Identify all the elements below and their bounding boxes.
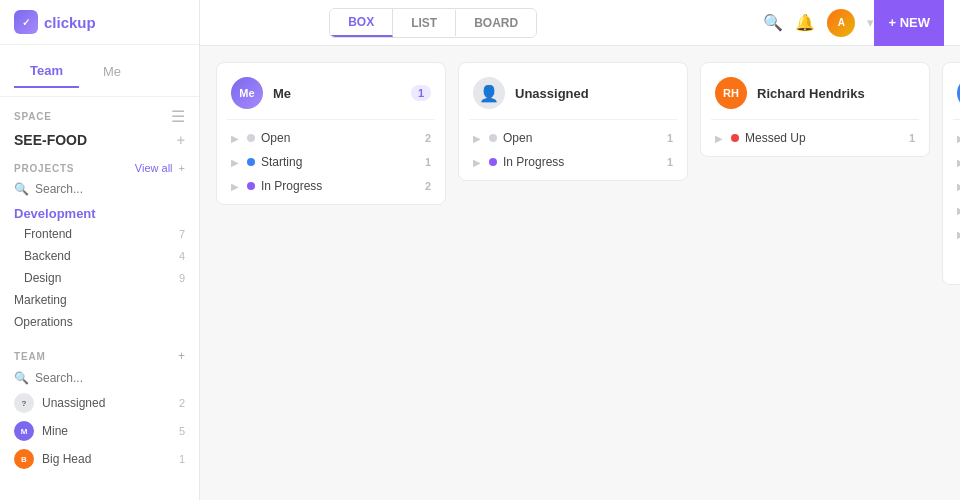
backend-label: Backend xyxy=(24,249,71,263)
richard-groups: ▶ Messed Up 1 xyxy=(701,120,929,156)
bell-icon-btn[interactable]: 🔔 xyxy=(795,13,815,32)
team-member-bighead[interactable]: B Big Head 1 xyxy=(0,445,199,473)
sidebar-collapse-icon[interactable]: ☰ xyxy=(171,107,185,126)
richard-messedup-label: Messed Up xyxy=(745,131,903,145)
frontend-label: Frontend xyxy=(24,227,72,241)
unassigned-inprogress-row[interactable]: ▶ In Progress 1 xyxy=(469,150,677,174)
space-name-row: SEE-FOOD + xyxy=(0,128,199,154)
me-groups: ▶ Open 2 ▶ Starting 1 ▶ In Progress 2 xyxy=(217,120,445,204)
me-starting-label: Starting xyxy=(261,155,419,169)
sidebar-item-marketing[interactable]: Marketing xyxy=(0,289,199,311)
projects-section-header: PROJECTS View all + xyxy=(0,154,199,178)
richard-avatar: RH xyxy=(715,77,747,109)
marketing-label: Marketing xyxy=(14,293,67,307)
bighead-count: 1 xyxy=(179,453,185,465)
column-dinesh: DC Dinesh Chugtai ▶ Open 1 ▶ Starting 3 … xyxy=(942,62,960,285)
new-button[interactable]: + NEW xyxy=(874,0,944,46)
col-name-unassigned: Unassigned xyxy=(515,86,673,101)
col-name-me: Me xyxy=(273,86,401,101)
team-member-unassigned[interactable]: ? Unassigned 2 xyxy=(0,389,199,417)
unassigned-avatar: ? xyxy=(14,393,34,413)
me-avatar: Me xyxy=(231,77,263,109)
col-header-me: Me Me 1 xyxy=(217,63,445,119)
unassigned-col-avatar: 👤 xyxy=(473,77,505,109)
project-search-input[interactable] xyxy=(35,182,185,196)
team-label: TEAM xyxy=(14,351,46,362)
me-badge: 1 xyxy=(411,85,431,101)
tab-box[interactable]: BOX xyxy=(330,9,393,37)
me-open-row[interactable]: ▶ Open 2 xyxy=(227,126,435,150)
col-header-richard: RH Richard Hendriks xyxy=(701,63,929,119)
unassigned-count: 2 xyxy=(179,397,185,409)
add-team-icon[interactable]: + xyxy=(178,349,185,363)
unassigned-inprogress-label: In Progress xyxy=(503,155,661,169)
unassigned-open-row[interactable]: ▶ Open 1 xyxy=(469,126,677,150)
dinesh-groups: ▶ Open 1 ▶ Starting 3 ▶ In Progress 2 ▶ … xyxy=(943,120,960,252)
unassigned-name: Unassigned xyxy=(42,396,105,410)
avatar-dropdown-icon[interactable]: ▾ xyxy=(867,15,874,30)
column-unassigned: 👤 Unassigned ▶ Open 1 ▶ In Progress 1 xyxy=(458,62,688,181)
top-navigation: BOX LIST BOARD 🔍 🔔 A ▾ + NEW xyxy=(200,0,960,46)
view-all-link[interactable]: View all xyxy=(135,162,173,174)
main-board: Me Me 1 ▶ Open 2 ▶ Starting 1 ▶ In Progr… xyxy=(200,46,960,500)
sidebar-item-operations[interactable]: Operations xyxy=(0,311,199,333)
team-section-header: TEAM + xyxy=(0,341,199,367)
project-search-row[interactable]: 🔍 xyxy=(0,178,199,200)
operations-label: Operations xyxy=(14,315,73,329)
col-header-unassigned: 👤 Unassigned xyxy=(459,63,687,119)
dinesh-messedup-row[interactable]: ▶ Messed Up 1 xyxy=(953,198,960,222)
me-tab[interactable]: Me xyxy=(87,56,137,87)
team-search-icon: 🔍 xyxy=(14,371,29,385)
sidebar-item-frontend[interactable]: Frontend 7 xyxy=(0,223,199,245)
design-count: 9 xyxy=(179,272,185,284)
richard-messedup-count: 1 xyxy=(909,132,915,144)
unassigned-open-label: Open xyxy=(503,131,661,145)
bighead-avatar: B xyxy=(14,449,34,469)
sidebar-item-design[interactable]: Design 9 xyxy=(0,267,199,289)
mine-avatar: M xyxy=(14,421,34,441)
dinesh-expand-btn[interactable]: ▾ xyxy=(943,252,960,284)
frontend-count: 7 xyxy=(179,228,185,240)
projects-label: PROJECTS xyxy=(14,163,74,174)
me-inprogress-label: In Progress xyxy=(261,179,419,193)
team-search-row[interactable]: 🔍 xyxy=(0,367,199,389)
me-inprogress-row[interactable]: ▶ In Progress 2 xyxy=(227,174,435,198)
add-project-icon[interactable]: + xyxy=(179,162,185,174)
nav-actions: 🔍 🔔 A ▾ xyxy=(763,9,874,37)
richard-messedup-row[interactable]: ▶ Messed Up 1 xyxy=(711,126,919,150)
user-avatar[interactable]: A xyxy=(827,9,855,37)
team-tab[interactable]: Team xyxy=(14,55,79,88)
sidebar-header: ✓ clickup xyxy=(0,0,199,45)
space-add-icon[interactable]: + xyxy=(177,132,185,148)
me-inprogress-count: 2 xyxy=(425,180,431,192)
column-richard: RH Richard Hendriks ▶ Messed Up 1 xyxy=(700,62,930,157)
unassigned-open-count: 1 xyxy=(667,132,673,144)
dinesh-inprogress-row[interactable]: ▶ In Progress 2 xyxy=(953,174,960,198)
search-icon-btn[interactable]: 🔍 xyxy=(763,13,783,32)
team-member-mine[interactable]: M Mine 5 xyxy=(0,417,199,445)
tab-board[interactable]: BOARD xyxy=(456,10,536,36)
space-label: SPACE xyxy=(14,111,52,122)
projects-actions: View all + xyxy=(135,162,185,174)
space-name: SEE-FOOD xyxy=(14,132,87,148)
bighead-name: Big Head xyxy=(42,452,91,466)
dinesh-review-row[interactable]: ▶ Review 2 xyxy=(953,222,960,246)
dinesh-starting-row[interactable]: ▶ Starting 3 xyxy=(953,150,960,174)
dinesh-open-row[interactable]: ▶ Open 1 xyxy=(953,126,960,150)
unassigned-groups: ▶ Open 1 ▶ In Progress 1 xyxy=(459,120,687,180)
app-logo[interactable]: ✓ clickup xyxy=(14,10,96,34)
sidebar-item-backend[interactable]: Backend 4 xyxy=(0,245,199,267)
col-name-richard: Richard Hendriks xyxy=(757,86,915,101)
app-name: clickup xyxy=(44,14,96,31)
mine-name: Mine xyxy=(42,424,68,438)
design-label: Design xyxy=(24,271,61,285)
team-search-input[interactable] xyxy=(35,371,185,385)
sidebar: ✓ clickup Team Me SPACE ☰ SEE-FOOD + PRO… xyxy=(0,0,200,500)
me-starting-count: 1 xyxy=(425,156,431,168)
search-icon: 🔍 xyxy=(14,182,29,196)
tab-list[interactable]: LIST xyxy=(393,10,456,36)
backend-count: 4 xyxy=(179,250,185,262)
me-starting-row[interactable]: ▶ Starting 1 xyxy=(227,150,435,174)
me-open-label: Open xyxy=(261,131,419,145)
active-project[interactable]: Development xyxy=(0,200,199,223)
